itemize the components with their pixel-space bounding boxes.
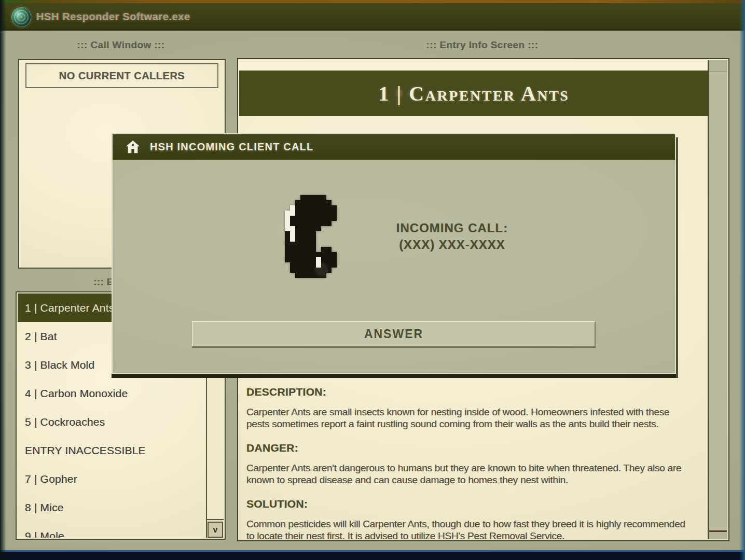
solution-section: SOLUTION: Common pesticides will kill Ca… (246, 498, 692, 541)
entry-title-bar: 1 | Carpenter Ants (239, 71, 709, 116)
crt-edge-right (739, 0, 745, 560)
entry-list-label: ::: E (93, 276, 114, 288)
danger-section: DANGER: Carpenter Ants aren't dangerous … (246, 442, 692, 486)
entry-info-scrollbar[interactable] (708, 60, 727, 539)
description-body: Carpenter Ants are small insects known f… (246, 406, 692, 430)
entry-info-scrollbar-thumb[interactable] (709, 72, 727, 532)
window-title: HSH Responder Software.exe (36, 10, 190, 22)
incoming-call-dialog: HSH INCOMING CLIENT CALL INCOMING CALL: … (112, 133, 676, 374)
entry-info-top-strip (239, 60, 709, 71)
crt-edge-left (0, 0, 6, 560)
danger-body: Carpenter Ants aren't dangerous to human… (246, 462, 692, 486)
scroll-down-button[interactable]: v (208, 522, 223, 538)
entry-list-item-cockroaches[interactable]: 5 | Cockroaches (18, 408, 205, 436)
danger-heading: DANGER: (246, 442, 692, 454)
incoming-call-body: INCOMING CALL: (XXX) XXX-XXXX ANSWER (113, 160, 675, 373)
entry-info-label: ::: Entry Info Screen ::: (237, 39, 727, 51)
crt-screen: HSH Responder Software.exe ::: Call Wind… (0, 0, 745, 560)
incoming-call-text: INCOMING CALL: (XXX) XXX-XXXX (396, 221, 508, 252)
incoming-call-line1: INCOMING CALL: (396, 221, 508, 235)
entry-list-item-gopher[interactable]: 7 | Gopher (18, 465, 205, 493)
incoming-call-titlebar: HSH INCOMING CLIENT CALL (113, 134, 675, 160)
description-heading: DESCRIPTION: (246, 386, 692, 398)
incoming-call-title: HSH INCOMING CLIENT CALL (150, 141, 313, 153)
entry-list-item-mice[interactable]: 8 | Mice (18, 493, 205, 522)
no-current-callers-box: NO CURRENT CALLERS (25, 63, 218, 88)
solution-heading: SOLUTION: (246, 498, 692, 510)
incoming-call-number: (XXX) XXX-XXXX (396, 237, 508, 252)
window-titlebar: HSH Responder Software.exe (0, 3, 745, 31)
entry-list-item-inaccessible[interactable]: ENTRY INACCESSIBLE (18, 436, 205, 465)
crt-edge-bottom (0, 550, 745, 560)
globe-icon (11, 7, 31, 27)
description-section: DESCRIPTION: Carpenter Ants are small in… (246, 386, 692, 430)
answer-button[interactable]: ANSWER (192, 321, 596, 347)
entry-title: 1 | Carpenter Ants (379, 81, 570, 106)
phone-handset-icon (280, 195, 342, 278)
hsh-house-icon (125, 139, 141, 155)
call-window-label: ::: Call Window ::: (18, 39, 224, 51)
incoming-call-row: INCOMING CALL: (XXX) XXX-XXXX (113, 193, 675, 280)
entry-info-content: DESCRIPTION: Carpenter Ants are small in… (246, 386, 692, 541)
entry-list-item-mole[interactable]: 9 | Mole (18, 522, 205, 538)
solution-body: Common pesticides will kill Carpenter An… (246, 518, 692, 541)
entry-list-item-carbon-monoxide[interactable]: 4 | Carbon Monoxide (18, 379, 205, 408)
